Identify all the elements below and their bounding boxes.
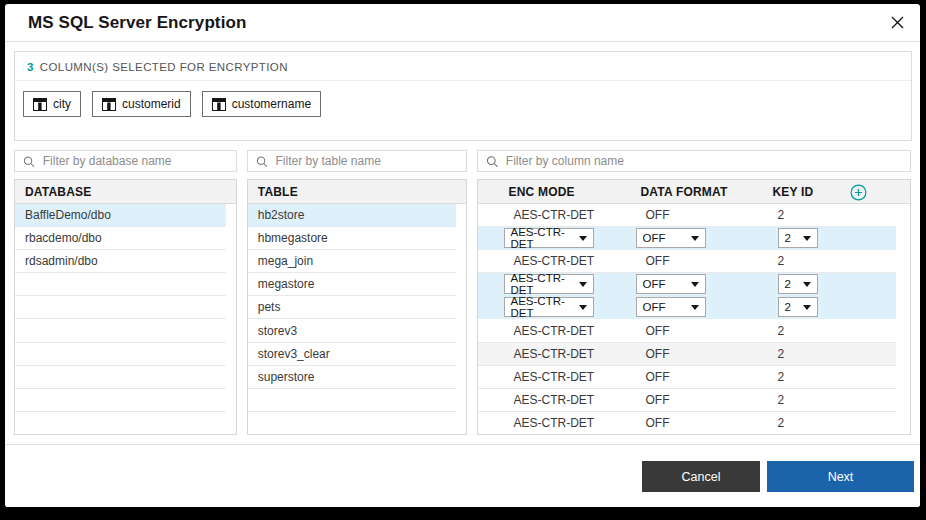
table-row[interactable]: AES-CTR-DETOFF2: [478, 204, 897, 227]
enc-mode-select-value: AES-CTR-DET: [511, 272, 573, 296]
filter-row: [14, 150, 911, 172]
encryption-dialog: MS SQL Server Encryption 3 COLUMN(S) SEL…: [5, 4, 920, 507]
data-format-select[interactable]: OFF: [636, 228, 706, 248]
table-row[interactable]: AES-CTR-DETOFF2: [478, 412, 897, 435]
table-row[interactable]: AES-CTR-DETOFF2: [478, 343, 897, 366]
next-button[interactable]: Next: [767, 461, 914, 492]
selected-columns-box: 3 COLUMN(S) SELECTED FOR ENCRYPTION city…: [14, 51, 912, 141]
close-icon[interactable]: [886, 12, 908, 34]
data-format-select-value: OFF: [643, 301, 666, 313]
search-icon: [256, 155, 268, 168]
data-format-value: OFF: [646, 370, 778, 384]
column-chip-label: customername: [232, 97, 311, 111]
data-format-value: OFF: [646, 393, 778, 407]
list-item[interactable]: storev3_clear: [248, 343, 456, 366]
data-format-select-value: OFF: [643, 278, 666, 290]
table-row[interactable]: AES-CTR-DETOFF2: [478, 389, 897, 412]
enc-mode-select[interactable]: AES-CTR-DET: [504, 274, 594, 294]
list-item[interactable]: hbmegastore: [248, 227, 456, 250]
chevron-down-icon: [803, 305, 811, 310]
chevron-down-icon: [579, 305, 587, 310]
chevron-down-icon: [691, 282, 699, 287]
key-id-value: 2: [778, 370, 897, 384]
selection-summary: 3 COLUMN(S) SELECTED FOR ENCRYPTION: [15, 52, 911, 81]
data-format-value: OFF: [646, 254, 778, 268]
table-column-icon: [33, 98, 47, 111]
enc-mode-value: AES-CTR-DET: [514, 324, 646, 338]
database-filter-input[interactable]: [43, 154, 228, 168]
selection-summary-label: COLUMN(S) SELECTED FOR ENCRYPTION: [40, 61, 288, 73]
table-row[interactable]: AES-CTR-DETOFF2: [478, 296, 897, 319]
column-chip[interactable]: customername: [202, 91, 321, 117]
enc-mode-value: AES-CTR-DET: [514, 370, 646, 384]
key-id-value: 2: [778, 208, 897, 222]
list-item[interactable]: megastore: [248, 273, 456, 296]
columns-panel-header: ENC MODE DATA FORMAT KEY ID: [478, 180, 911, 204]
list-item[interactable]: storev3: [248, 319, 456, 342]
key-id-value: 2: [778, 254, 897, 268]
list-item[interactable]: rbacdemo/dbo: [15, 227, 226, 250]
table-row[interactable]: AES-CTR-DETOFF2: [478, 250, 897, 273]
chevron-down-icon: [803, 236, 811, 241]
list-item[interactable]: BaffleDemo/dbo: [15, 204, 226, 227]
list-item[interactable]: superstore: [248, 366, 456, 389]
chevron-down-icon: [691, 305, 699, 310]
database-list: BaffleDemo/dborbacdemo/dbordsadmin/dbo: [15, 204, 226, 435]
key-id-select[interactable]: 2: [778, 274, 818, 294]
table-row[interactable]: AES-CTR-DETOFF2: [478, 319, 897, 342]
key-id-select[interactable]: 2: [778, 297, 818, 317]
empty-list-row: [15, 296, 226, 319]
list-item[interactable]: rdsadmin/dbo: [15, 250, 226, 273]
list-item[interactable]: hb2store: [248, 204, 456, 227]
enc-mode-value: AES-CTR-DET: [514, 393, 646, 407]
column-chip[interactable]: customerid: [92, 91, 191, 117]
enc-mode-select[interactable]: AES-CTR-DET: [504, 297, 594, 317]
enc-mode-select-value: AES-CTR-DET: [511, 226, 573, 250]
key-id-value: 2: [778, 416, 897, 430]
data-format-value: OFF: [646, 416, 778, 430]
column-filter-input[interactable]: [506, 154, 902, 168]
key-id-select[interactable]: 2: [778, 228, 818, 248]
dialog-title: MS SQL Server Encryption: [28, 13, 246, 33]
enc-mode-select-value: AES-CTR-DET: [511, 295, 573, 319]
key-id-select-value: 2: [785, 278, 791, 290]
enc-mode-value: AES-CTR-DET: [514, 416, 646, 430]
table-row[interactable]: AES-CTR-DETOFF2: [478, 227, 897, 250]
enc-mode-value: AES-CTR-DET: [514, 254, 646, 268]
table-list: hb2storehbmegastoremega_joinmegastorepet…: [248, 204, 456, 435]
data-format-value: OFF: [646, 208, 778, 222]
table-row[interactable]: AES-CTR-DETOFF2: [478, 273, 897, 296]
key-id-header: KEY ID: [773, 185, 911, 199]
database-panel-header: DATABASE: [15, 180, 236, 204]
empty-list-row: [248, 412, 456, 435]
table-row[interactable]: AES-CTR-DETOFF2: [478, 366, 897, 389]
enc-mode-select[interactable]: AES-CTR-DET: [504, 228, 594, 248]
chevron-down-icon: [691, 236, 699, 241]
key-id-value: 2: [778, 393, 897, 407]
key-id-value: 2: [778, 347, 897, 361]
dialog-footer: Cancel Next: [5, 444, 920, 507]
column-chip[interactable]: city: [23, 91, 81, 117]
key-id-value: 2: [778, 324, 897, 338]
search-icon: [23, 155, 35, 168]
enc-mode-value: AES-CTR-DET: [514, 347, 646, 361]
list-item[interactable]: mega_join: [248, 250, 456, 273]
cancel-button[interactable]: Cancel: [642, 461, 760, 492]
key-id-select-value: 2: [785, 232, 791, 244]
data-format-select[interactable]: OFF: [636, 274, 706, 294]
enc-mode-header: ENC MODE: [509, 185, 641, 199]
data-format-select[interactable]: OFF: [636, 297, 706, 317]
column-chip-label: customerid: [122, 97, 181, 111]
empty-list-row: [15, 412, 226, 435]
enc-mode-value: AES-CTR-DET: [514, 208, 646, 222]
key-id-select-value: 2: [785, 301, 791, 313]
table-panel: TABLE hb2storehbmegastoremega_joinmegast…: [247, 179, 467, 435]
table-filter-input[interactable]: [275, 154, 457, 168]
add-key-icon[interactable]: [850, 183, 868, 201]
empty-list-row: [15, 389, 226, 412]
list-item[interactable]: pets: [248, 296, 456, 319]
column-chip-label: city: [53, 97, 71, 111]
empty-list-row: [15, 273, 226, 296]
selected-column-chips: citycustomeridcustomername: [15, 81, 911, 127]
chevron-down-icon: [579, 236, 587, 241]
